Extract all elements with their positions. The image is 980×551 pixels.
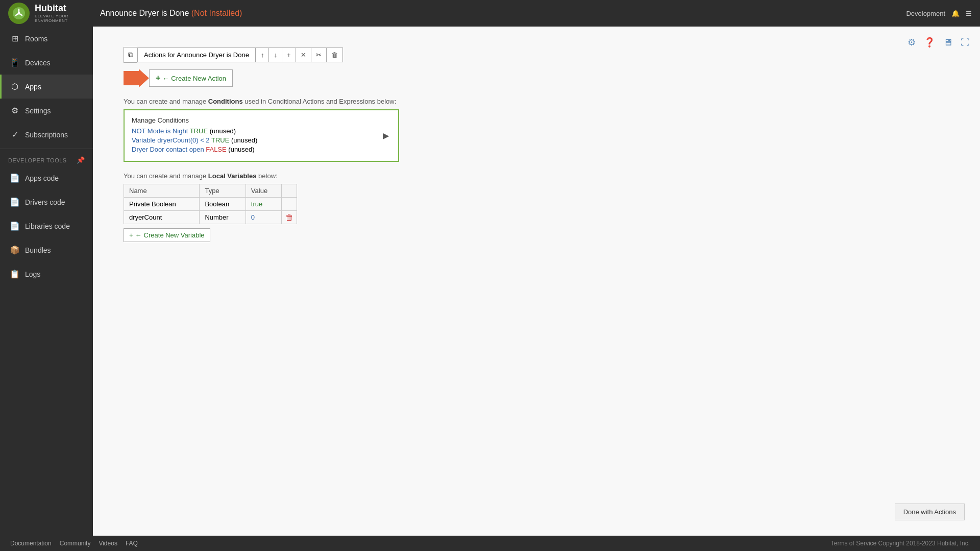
col-type: Type [200,184,246,198]
sidebar-label-apps-code: Apps code [25,174,59,182]
page-title: Announce Dryer is Done (Not Installed) [100,9,906,18]
create-new-variable-btn[interactable]: + ← Create New Variable [124,228,210,242]
var-value-1[interactable]: true [246,198,281,211]
condition-2-main: Variable dryerCount(0) < 2 [132,136,211,144]
footer-link-community[interactable]: Community [60,540,91,547]
variables-header-row: Name Type Value [124,184,297,198]
developer-tools-label: Developer tools 📌 [0,151,93,166]
svg-marker-2 [124,69,149,87]
bundles-icon: 📦 [10,245,20,255]
footer: Documentation Community Videos FAQ Terms… [0,536,980,551]
move-down-btn[interactable]: ↓ [268,48,282,62]
notification-icon[interactable]: 🔔 [951,10,960,17]
create-action-label: Create New Action [171,75,226,82]
sidebar-item-apps-code[interactable]: 📄 Apps code [0,166,93,190]
pin-icon[interactable]: 📌 [77,156,85,164]
condition-item-1[interactable]: NOT Mode is Night TRUE (unused) [132,127,381,135]
sidebar-item-devices[interactable]: 📱 Devices [0,51,93,75]
var-delete-2[interactable]: 🗑 [282,211,297,224]
condition-3-main: Dryer Door contact open [132,146,206,153]
logo-title: Hubitat [35,4,100,14]
sidebar-item-rooms[interactable]: ⊞ Rooms [0,27,93,51]
var-type-1: Boolean [200,198,246,211]
condition-2-status: TRUE [211,136,229,144]
sidebar-item-libraries-code[interactable]: 📄 Libraries code [0,214,93,238]
expand-toolbar-btn[interactable]: ⛶ [959,35,972,50]
orange-arrow [124,69,149,87]
sidebar-label-subscriptions: Subscriptions [25,131,68,139]
conditions-intro-text: You can create and manage Conditions use… [124,98,960,105]
libraries-code-icon: 📄 [10,221,20,231]
condition-3-suffix: (unused) [228,146,254,153]
sidebar-label-libraries-code: Libraries code [25,222,70,230]
sidebar-item-apps[interactable]: ⬡ Apps [0,75,93,99]
apps-code-icon: 📄 [10,173,20,183]
variables-intro-text: You can create and manage Local Variable… [124,172,960,180]
devices-icon: 📱 [10,58,20,67]
footer-links: Documentation Community Videos FAQ [10,540,138,547]
col-value: Value [246,184,281,198]
create-variable-label: Create New Variable [144,231,205,239]
add-action-btn[interactable]: + [282,48,296,62]
main-content: ⚙ ❓ 🖥 ⛶ ⧉ Actions for Announce Dryer is … [93,27,980,536]
drivers-code-icon: 📄 [10,197,20,207]
apps-icon: ⬡ [10,82,20,91]
sidebar: ⊞ Rooms 📱 Devices ⬡ Apps ⚙ Settings ✓ Su… [0,27,93,536]
sidebar-label-drivers-code: Drivers code [25,198,65,206]
footer-link-documentation[interactable]: Documentation [10,540,52,547]
sidebar-divider [0,149,93,149]
condition-item-2[interactable]: Variable dryerCount(0) < 2 TRUE (unused) [132,136,381,144]
done-with-actions-btn[interactable]: Done with Actions [895,504,965,520]
actions-bar: ⧉ Actions for Announce Dryer is Done ↑ ↓… [124,47,960,63]
logo-subtitle: ELEVATE YOUR ENVIRONMENT [35,14,100,23]
logo-text: Hubitat ELEVATE YOUR ENVIRONMENT [35,4,100,23]
create-new-action-btn[interactable]: + ← Create New Action [149,69,233,87]
cut-action-btn[interactable]: ✂ [311,48,326,62]
logo-icon [8,3,30,24]
settings-icon: ⚙ [10,106,20,115]
logs-icon: 📋 [10,269,20,279]
sidebar-item-settings[interactable]: ⚙ Settings [0,99,93,123]
menu-icon[interactable]: ☰ [966,10,972,17]
help-toolbar-btn[interactable]: ❓ [922,35,937,50]
var-type-2: Number [200,211,246,224]
conditions-expand-btn[interactable]: ▶ [381,131,391,140]
delete-variable-btn[interactable]: 🗑 [285,213,293,222]
move-up-btn[interactable]: ↑ [256,48,269,62]
env-label: Development [906,10,945,17]
col-name: Name [124,184,200,198]
sidebar-item-drivers-code[interactable]: 📄 Drivers code [0,190,93,214]
sidebar-item-logs[interactable]: 📋 Logs [0,262,93,286]
delete-action-btn[interactable]: 🗑 [326,48,342,62]
sidebar-label-rooms: Rooms [25,35,47,43]
sidebar-label-bundles: Bundles [25,246,51,254]
sidebar-label-logs: Logs [25,270,40,278]
gear-toolbar-btn[interactable]: ⚙ [905,35,918,50]
rooms-icon: ⊞ [10,34,20,43]
var-name-1[interactable]: Private Boolean [124,198,200,211]
condition-1-status: TRUE [190,127,208,135]
footer-link-videos[interactable]: Videos [99,540,117,547]
conditions-box: Manage Conditions NOT Mode is Night TRUE… [124,109,399,162]
top-header: Hubitat ELEVATE YOUR ENVIRONMENT Announc… [0,0,980,27]
condition-1-main: Mode is Night [148,127,190,135]
copy-actions-btn[interactable]: ⧉ [124,47,137,63]
actions-label: Actions for Announce Dryer is Done [137,47,256,62]
var-delete-1 [282,198,297,211]
cancel-action-btn[interactable]: ✕ [296,48,311,62]
footer-link-faq[interactable]: FAQ [126,540,138,547]
sidebar-item-subscriptions[interactable]: ✓ Subscriptions [0,123,93,147]
condition-item-3[interactable]: Dryer Door contact open FALSE (unused) [132,146,381,153]
sidebar-label-devices: Devices [25,59,51,67]
plus-variable-icon: + [129,231,133,239]
svg-point-1 [18,12,20,15]
var-value-2[interactable]: 0 [246,211,281,224]
col-delete [282,184,297,198]
arrow-variable-icon: ← [135,231,142,239]
conditions-content: Manage Conditions NOT Mode is Night TRUE… [132,116,381,155]
footer-copyright: Terms of Service Copyright 2018-2023 Hub… [831,540,970,547]
var-name-2[interactable]: dryerCount [124,211,200,224]
arrow-icon: ← [162,75,169,82]
sidebar-item-bundles[interactable]: 📦 Bundles [0,238,93,262]
monitor-toolbar-btn[interactable]: 🖥 [941,35,954,50]
